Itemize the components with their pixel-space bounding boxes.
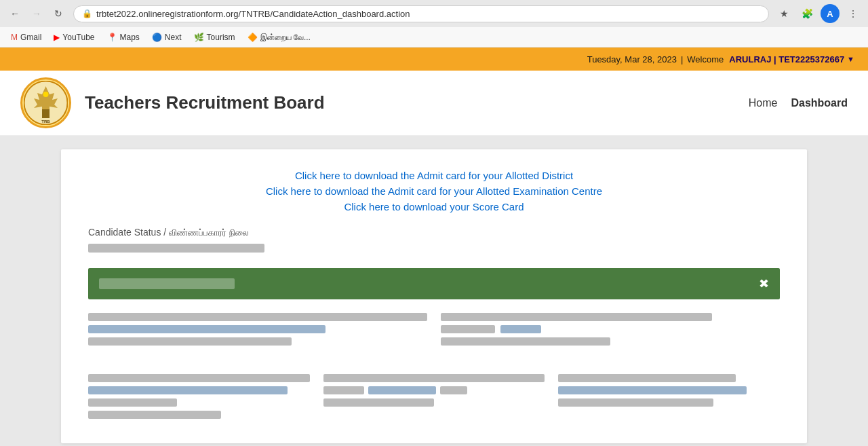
url-text: trbtet2022.onlineregistrationform.org/TN… bbox=[96, 9, 760, 19]
svg-point-3 bbox=[43, 92, 49, 97]
youtube-icon: ▶ bbox=[54, 33, 60, 42]
bookmark-gmail-label: Gmail bbox=[20, 33, 41, 42]
download-admit-district-link[interactable]: Click here to download the Admit card fo… bbox=[88, 170, 780, 181]
content-row-2 bbox=[88, 374, 780, 423]
separator: | bbox=[681, 54, 683, 64]
content-row-1 bbox=[88, 313, 780, 350]
profile-button[interactable]: A bbox=[821, 4, 840, 23]
blurred-link bbox=[88, 386, 288, 394]
blurred-tag-2 bbox=[440, 386, 467, 394]
download-links-section: Click here to download the Admit card fo… bbox=[88, 170, 780, 212]
top-notification-bar: Tuesday, Mar 28, 2023 | Welcome ARULRAJ … bbox=[0, 48, 868, 71]
blurred-line bbox=[88, 411, 221, 419]
site-header: TRB Teachers Recruitment Board Home Dash… bbox=[0, 71, 868, 136]
dashboard-nav-link[interactable]: Dashboard bbox=[791, 97, 848, 109]
date-text: Tuesday, Mar 28, 2023 bbox=[587, 54, 677, 64]
main-content: Click here to download the Admit card fo… bbox=[61, 149, 807, 443]
spacer bbox=[88, 363, 780, 374]
browser-toolbar: ← → ↻ 🔒 trbtet2022.onlineregistrationfor… bbox=[0, 0, 868, 27]
home-nav-link[interactable]: Home bbox=[749, 97, 778, 109]
site-title: Teachers Recruitment Board bbox=[85, 92, 325, 113]
bookmark-star-button[interactable]: ★ bbox=[774, 4, 793, 23]
blurred-tag bbox=[323, 386, 364, 394]
header-left: TRB Teachers Recruitment Board bbox=[20, 77, 325, 128]
svg-text:TRB: TRB bbox=[41, 119, 50, 124]
address-bar[interactable]: 🔒 trbtet2022.onlineregistrationform.org/… bbox=[73, 5, 769, 22]
dropdown-arrow[interactable]: ▼ bbox=[847, 55, 854, 63]
blurred-link-tag bbox=[500, 325, 541, 333]
blurred-status-line bbox=[88, 244, 780, 256]
download-scorecard-link[interactable]: Click here to download your Score Card bbox=[88, 201, 780, 212]
blurred-inline-2 bbox=[323, 386, 545, 394]
tourism-icon: 🌿 bbox=[194, 33, 204, 42]
candidate-status-label: Candidate Status / விண்ணப்பகாரர் நிலை bbox=[88, 227, 249, 238]
nav-buttons: ← → ↻ bbox=[5, 4, 68, 23]
candidate-status-tamil: விண்ணப்பகாரர் நிலை bbox=[169, 227, 249, 238]
blurred-link bbox=[88, 325, 326, 333]
header-nav: Home Dashboard bbox=[749, 97, 848, 109]
green-header-text bbox=[99, 278, 235, 289]
bookmark-other[interactable]: 🔶 இன்றைய வே... bbox=[242, 31, 316, 44]
blurred-tag bbox=[441, 325, 495, 333]
blurred-line bbox=[323, 374, 545, 382]
blurred-line bbox=[441, 337, 610, 346]
content-cell-2-1 bbox=[88, 374, 310, 423]
green-header-icon: ✖ bbox=[759, 276, 769, 291]
candidate-status-row: Candidate Status / விண்ணப்பகாரர் நிலை bbox=[88, 226, 780, 238]
blurred-line bbox=[88, 374, 310, 382]
bookmarks-bar: M Gmail ▶ YouTube 📍 Maps 🔵 Next 🌿 Touris… bbox=[0, 27, 868, 48]
maps-icon: 📍 bbox=[107, 33, 117, 42]
trb-logo: TRB bbox=[20, 77, 71, 128]
blurred-link bbox=[558, 386, 747, 394]
blurred-inline bbox=[441, 325, 780, 333]
main-wrapper: Click here to download the Admit card fo… bbox=[0, 136, 868, 446]
welcome-label: Welcome bbox=[687, 54, 724, 64]
blurred-line bbox=[88, 313, 427, 321]
svg-rect-2 bbox=[42, 109, 50, 118]
download-admit-centre-link[interactable]: Click here to download the Admit card fo… bbox=[88, 185, 780, 197]
more-menu-button[interactable]: ⋮ bbox=[844, 4, 863, 23]
bookmark-next-label: Next bbox=[165, 33, 182, 42]
browser-chrome: ← → ↻ 🔒 trbtet2022.onlineregistrationfor… bbox=[0, 0, 868, 48]
bookmark-tourism[interactable]: 🌿 Tourism bbox=[189, 31, 241, 44]
browser-actions: ★ 🧩 A ⋮ bbox=[774, 4, 863, 23]
next-icon: 🔵 bbox=[152, 33, 162, 42]
bookmark-other-label: இன்றைய வே... bbox=[260, 33, 311, 42]
bookmark-gmail[interactable]: M Gmail bbox=[5, 31, 47, 44]
bookmark-tourism-label: Tourism bbox=[207, 33, 235, 42]
blurred-line bbox=[558, 398, 713, 407]
other-icon: 🔶 bbox=[248, 33, 258, 42]
forward-button[interactable]: → bbox=[27, 4, 46, 23]
username-text: ARULRAJ | TET2225372667 bbox=[729, 54, 844, 64]
blurred-line bbox=[441, 313, 712, 321]
content-cell-2-3 bbox=[558, 374, 780, 423]
lock-icon: 🔒 bbox=[82, 9, 92, 18]
blurred-line bbox=[88, 337, 292, 346]
bookmark-maps[interactable]: 📍 Maps bbox=[102, 31, 145, 44]
blurred-line bbox=[88, 398, 177, 407]
refresh-button[interactable]: ↻ bbox=[49, 4, 68, 23]
bookmark-next[interactable]: 🔵 Next bbox=[146, 31, 187, 44]
gmail-icon: M bbox=[11, 33, 18, 42]
bookmark-youtube[interactable]: ▶ YouTube bbox=[48, 31, 100, 44]
extensions-button[interactable]: 🧩 bbox=[797, 4, 816, 23]
blurred-line bbox=[323, 398, 434, 407]
blurred-link-tag bbox=[368, 386, 436, 394]
green-section-header: ✖ bbox=[88, 268, 780, 299]
content-cell-1-2 bbox=[441, 313, 780, 350]
back-button[interactable]: ← bbox=[5, 4, 24, 23]
content-cell-2-2 bbox=[323, 374, 545, 423]
status-blurred-text bbox=[88, 244, 264, 253]
blurred-line bbox=[558, 374, 735, 382]
bookmark-maps-label: Maps bbox=[120, 33, 140, 42]
content-cell-1-1 bbox=[88, 313, 427, 350]
bookmark-youtube-label: YouTube bbox=[62, 33, 94, 42]
